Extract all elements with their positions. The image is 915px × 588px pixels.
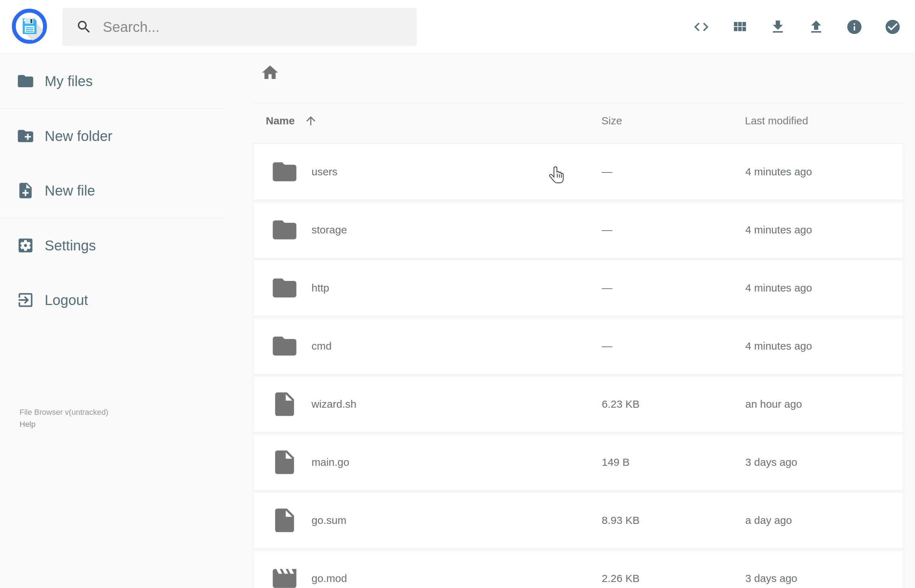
help-link[interactable]: Help: [19, 418, 36, 430]
info-icon[interactable]: [846, 18, 863, 36]
item-modified: 3 days ago: [745, 456, 904, 468]
item-name: go.sum: [312, 514, 346, 527]
upload-icon[interactable]: [808, 18, 824, 36]
sidebar-item-settings[interactable]: Settings: [0, 218, 230, 273]
app-version: File Browser v(untracked): [19, 406, 218, 418]
column-last-modified[interactable]: Last modified: [745, 115, 904, 127]
folder-row[interactable]: storage—4 minutes ago: [253, 202, 904, 258]
sort-ascending-icon[interactable]: [304, 114, 317, 128]
folder-icon: [270, 274, 299, 302]
item-name: go.mod: [312, 572, 347, 585]
download-icon[interactable]: [770, 18, 786, 36]
item-modified: 4 minutes ago: [745, 282, 904, 294]
file-row[interactable]: main.go149 B3 days ago: [253, 434, 904, 491]
item-name: main.go: [312, 456, 349, 468]
item-size: 149 B: [602, 456, 745, 468]
search-input[interactable]: Search...: [62, 8, 417, 46]
sidebar: My filesNew folderNew fileSettingsLogout…: [0, 54, 230, 327]
file-row[interactable]: go.mod2.26 KB3 days ago: [253, 550, 904, 588]
sidebar-item-label: New folder: [45, 128, 112, 144]
folder-icon: [16, 72, 35, 90]
sidebar-item-new-file[interactable]: New file: [0, 163, 230, 218]
new-file-icon: [16, 181, 35, 200]
listing-column-header: Name Size Last modified: [253, 105, 904, 137]
logout-icon: [16, 291, 35, 309]
item-modified: 4 minutes ago: [745, 166, 904, 178]
sidebar-item-my-files[interactable]: My files: [0, 54, 230, 108]
item-modified: 3 days ago: [745, 572, 904, 585]
home-button[interactable]: [260, 63, 280, 82]
folder-row[interactable]: cmd—4 minutes ago: [253, 318, 904, 375]
sidebar-item-label: Settings: [45, 237, 96, 254]
item-name: wizard.sh: [312, 398, 357, 410]
sidebar-item-new-folder[interactable]: New folder: [0, 109, 230, 163]
folder-row[interactable]: users—4 minutes ago: [253, 144, 904, 200]
file-row[interactable]: go.sum8.93 KBa day ago: [253, 492, 904, 549]
item-size: 2.26 KB: [602, 572, 745, 585]
file-row[interactable]: wizard.sh6.23 KBan hour ago: [253, 376, 904, 433]
file-icon: [270, 448, 299, 477]
new-folder-icon: [16, 127, 35, 145]
sidebar-item-logout[interactable]: Logout: [0, 273, 230, 327]
folder-icon: [270, 158, 299, 186]
item-size: —: [602, 224, 745, 236]
sidebar-footer: File Browser v(untracked) Help: [19, 406, 218, 430]
header: Search...: [0, 0, 915, 54]
item-name: storage: [312, 224, 347, 236]
column-name[interactable]: Name: [266, 115, 295, 127]
item-size: —: [602, 166, 745, 178]
folder-row[interactable]: http—4 minutes ago: [253, 260, 904, 316]
folder-icon: [270, 332, 299, 360]
sidebar-item-label: My files: [45, 73, 93, 89]
app-logo[interactable]: [12, 8, 47, 44]
item-size: —: [602, 282, 745, 294]
item-modified: 4 minutes ago: [745, 224, 904, 236]
floppy-disk-logo: [12, 8, 47, 44]
item-size: 6.23 KB: [602, 398, 745, 410]
item-size: —: [602, 340, 745, 352]
search-icon: [76, 19, 92, 35]
sidebar-item-label: New file: [45, 183, 95, 199]
movie-icon: [270, 564, 299, 588]
file-listing: users—4 minutes agostorage—4 minutes ago…: [253, 144, 904, 588]
item-modified: a day ago: [745, 514, 904, 527]
search-placeholder: Search...: [103, 19, 160, 35]
breadcrumb-divider: [253, 103, 904, 103]
column-size[interactable]: Size: [601, 115, 745, 127]
item-size: 8.93 KB: [602, 514, 745, 527]
sidebar-item-label: Logout: [45, 292, 88, 308]
select-all-icon[interactable]: [884, 18, 901, 36]
item-modified: 4 minutes ago: [745, 340, 904, 352]
item-name: http: [312, 282, 329, 294]
folder-icon: [270, 216, 299, 244]
item-modified: an hour ago: [745, 398, 904, 410]
code-icon[interactable]: [693, 18, 710, 36]
file-icon: [270, 390, 299, 418]
grid-view-icon[interactable]: [731, 18, 748, 36]
item-name: users: [312, 166, 337, 178]
header-actions: [693, 0, 901, 54]
item-name: cmd: [312, 340, 332, 352]
file-icon: [270, 506, 299, 535]
filebrowser-app: Search... My filesNew folderNew fileSett…: [0, 0, 915, 588]
settings-icon: [16, 236, 35, 255]
